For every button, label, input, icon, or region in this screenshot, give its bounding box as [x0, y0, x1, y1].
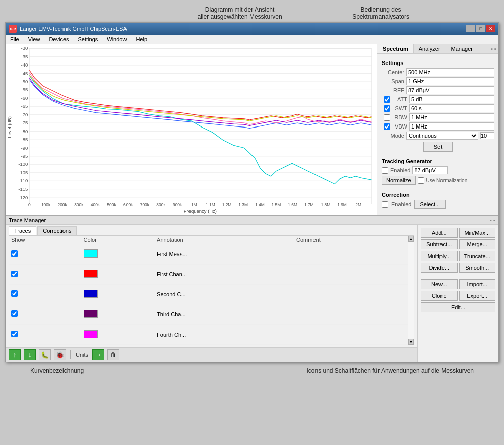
svg-text:-115: -115	[18, 187, 28, 192]
export-button[interactable]: Export...	[459, 291, 496, 301]
move-down-button[interactable]: ↓	[24, 349, 36, 360]
row-annotation-4: Third Cha...	[155, 304, 294, 325]
minimize-button[interactable]: ─	[466, 25, 475, 32]
svg-text:-95: -95	[21, 154, 28, 159]
svg-text:-70: -70	[21, 112, 28, 117]
menu-help[interactable]: Help	[134, 36, 149, 43]
att-checkbox[interactable]	[384, 96, 390, 103]
trace-5-color	[84, 330, 98, 338]
close-button[interactable]: ✕	[486, 25, 495, 32]
normalize-row: Normalize Use Normalization	[382, 176, 494, 185]
trace-table: Show Color Annotation Comment First Meas…	[9, 236, 408, 345]
table-row: First Meas...	[9, 244, 408, 265]
tab-corrections[interactable]: Corrections	[37, 226, 77, 235]
tab-manager[interactable]: Manager	[446, 44, 478, 53]
merge-button[interactable]: Merge...	[459, 239, 496, 249]
trace-5-checkbox[interactable]	[11, 331, 18, 337]
menu-file[interactable]: File	[9, 36, 21, 43]
btn-row-6: Clone Export...	[421, 291, 495, 301]
tab-spectrum[interactable]: Spectrum	[377, 44, 414, 53]
svg-text:-110: -110	[18, 178, 28, 183]
svg-text:-85: -85	[21, 137, 28, 142]
use-normalization-checkbox[interactable]	[418, 177, 424, 184]
trace-manager-title: Trace Manager	[9, 217, 46, 223]
truncate-button[interactable]: Truncate...	[459, 251, 496, 261]
vbw-checkbox[interactable]	[384, 123, 390, 130]
row-color-3	[82, 284, 155, 304]
mode-num-input[interactable]	[480, 132, 494, 139]
new-button[interactable]: New...	[421, 279, 458, 289]
col-annotation: Annotation	[155, 236, 294, 244]
menu-window[interactable]: Window	[105, 36, 128, 43]
correction-select-button[interactable]: Select...	[414, 200, 446, 209]
edit-button[interactable]: Edit...	[421, 302, 495, 312]
att-input[interactable]	[409, 95, 494, 103]
normalize-button[interactable]: Normalize	[382, 176, 416, 185]
rbw-input[interactable]	[409, 113, 494, 121]
btn-row-5: New... Import...	[421, 279, 495, 289]
swt-checkbox[interactable]	[384, 105, 390, 112]
menu-devices[interactable]: Devices	[47, 36, 70, 43]
svg-text:1.6M: 1.6M	[288, 202, 297, 207]
main-content: -30 -35 -40 -45 -50 -55 -60 -65	[6, 44, 498, 216]
svg-text:1.3M: 1.3M	[238, 202, 248, 207]
svg-text:400k: 400k	[91, 202, 100, 207]
annotation-bedienung: Bedienung des Spektrumanalysators	[318, 6, 444, 20]
correction-row: Enabled Select...	[382, 200, 494, 209]
divide-button[interactable]: Divide...	[421, 263, 458, 273]
row-color-1	[82, 244, 155, 265]
svg-text:2M: 2M	[355, 202, 361, 207]
menu-view[interactable]: View	[27, 36, 42, 43]
table-row: Second C...	[9, 284, 408, 304]
right-panel: Spectrum Analyzer Manager ▪ ▪ Settings C…	[377, 44, 498, 215]
panel-body: Settings Center Span REF ATT	[377, 54, 498, 215]
top-annotation-area: Diagramm mit der Ansicht aller ausgewähl…	[0, 0, 504, 22]
btn-row-1: Add... Min/Max...	[421, 228, 495, 238]
smooth-button[interactable]: Smooth...	[459, 263, 496, 273]
debug-icon-button[interactable]: 🐛	[39, 349, 51, 360]
move-up-button[interactable]: ↑	[9, 349, 21, 360]
tab-traces[interactable]: Traces	[9, 226, 36, 235]
tracking-value-input[interactable]	[412, 166, 448, 174]
trace-1-checkbox[interactable]	[11, 250, 18, 257]
swt-input[interactable]	[409, 104, 494, 112]
correction-enabled-checkbox[interactable]	[382, 201, 388, 208]
subtract-button[interactable]: Subtract...	[421, 239, 458, 249]
toolbar-divider	[70, 350, 71, 359]
ref-input[interactable]	[406, 86, 494, 94]
clone-button[interactable]: Clone	[421, 291, 458, 301]
import-button[interactable]: Import...	[459, 279, 496, 289]
scroll-track[interactable]	[408, 242, 414, 339]
trace-4-checkbox[interactable]	[11, 310, 18, 317]
mode-select[interactable]: Continuous Single	[406, 132, 478, 140]
row-comment-2	[294, 264, 408, 284]
app-title: Langer EMV-Technik GmbH ChipScan-ESA	[20, 26, 127, 32]
trash-button[interactable]: 🗑	[107, 349, 119, 360]
span-row: Span	[382, 77, 494, 85]
menu-settings[interactable]: Settings	[77, 36, 100, 43]
col-comment: Comment	[294, 236, 408, 244]
rbw-checkbox[interactable]	[384, 114, 390, 121]
att-row: ATT	[382, 95, 494, 103]
svg-text:1.9M: 1.9M	[337, 202, 347, 207]
scroll-up-button[interactable]: ▲	[408, 236, 414, 242]
row-comment-3	[294, 284, 408, 304]
trace-2-checkbox[interactable]	[11, 271, 18, 277]
set-button[interactable]: Set	[423, 142, 453, 152]
multiply-button[interactable]: Multiply...	[421, 251, 458, 261]
tab-analyzer[interactable]: Analyzer	[414, 44, 446, 53]
maximize-button[interactable]: □	[476, 25, 485, 32]
min-max-button[interactable]: Min/Max...	[459, 228, 496, 238]
vbw-input[interactable]	[409, 122, 494, 131]
clear-icon-button[interactable]: 🐞	[54, 349, 66, 360]
trace-3-checkbox[interactable]	[11, 290, 18, 297]
center-input[interactable]	[406, 68, 494, 76]
trace-1-color	[84, 249, 98, 258]
span-input[interactable]	[406, 77, 494, 85]
row-color-4	[82, 304, 155, 325]
tracking-enabled-checkbox[interactable]	[382, 167, 388, 174]
add-button[interactable]: Add...	[421, 228, 458, 238]
scroll-down-button[interactable]: ▼	[408, 339, 414, 345]
title-bar-left: x-e Langer EMV-Technik GmbH ChipScan-ESA	[9, 25, 127, 33]
units-apply-button[interactable]: →	[92, 349, 104, 360]
